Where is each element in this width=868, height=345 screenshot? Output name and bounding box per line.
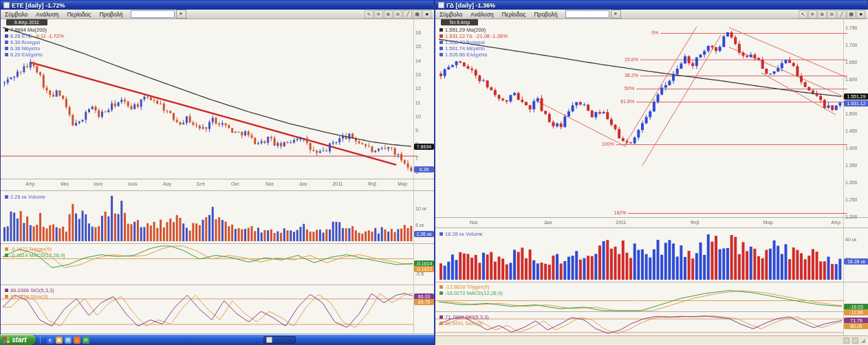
gd-titlebar[interactable]: ΓΔ [daily] -1.36% xyxy=(435,1,867,10)
symbol-input[interactable] xyxy=(131,10,175,18)
zoom-out-icon[interactable]: ⊖ xyxy=(827,10,836,19)
start-label: start xyxy=(12,336,27,344)
menu-item[interactable]: Ανάλυση xyxy=(466,11,497,18)
trendline-icon[interactable]: ╱ xyxy=(837,10,846,19)
show-desktop-icon[interactable]: ▤ xyxy=(65,337,72,344)
resize-grip-icon[interactable]: ◢ xyxy=(861,337,865,344)
start-button[interactable]: start xyxy=(0,335,36,345)
gd-statusbar: ◢ xyxy=(435,335,867,344)
chart-window-ete: 6 Απρ 20117.8694 Μα(200)6.26 ΕΤΕ-0.11 -1… xyxy=(0,0,434,335)
window-title: ΓΔ [daily] -1.36% xyxy=(446,2,495,9)
internet-explorer-icon[interactable]: e xyxy=(47,337,54,344)
zoom-in-icon[interactable]: ⊕ xyxy=(818,10,827,19)
folder-icon[interactable]: ▣ xyxy=(56,337,63,344)
chart-app-task-button[interactable] xyxy=(263,336,296,344)
status-icon[interactable] xyxy=(852,337,858,344)
menu-item[interactable]: Σύμβολο xyxy=(1,11,32,18)
menu-item[interactable]: Προβολή xyxy=(95,11,127,18)
gd-chart-canvas[interactable] xyxy=(435,1,868,345)
chart-window-icon xyxy=(3,2,10,8)
windows-flag-icon xyxy=(3,337,10,343)
grid-icon[interactable]: ▦ xyxy=(413,10,422,19)
zoom-out-icon[interactable]: ⊖ xyxy=(393,10,402,19)
symbol-input[interactable] xyxy=(565,10,609,18)
desktop: 6 Απρ 20117.8694 Μα(200)6.26 ΕΤΕ-0.11 -1… xyxy=(0,0,868,345)
menu-item[interactable]: Περίοδος xyxy=(63,11,95,18)
toolbar-icons: ↖✛⊕⊖╱▦■ xyxy=(799,10,867,19)
media-player-icon[interactable]: ♪ xyxy=(74,337,80,344)
gd-menubar: ΣύμβολοΑνάλυσηΠερίοδοςΠροβολή ➤ ↖✛⊕⊖╱▦■ xyxy=(435,10,867,19)
chart-window-icon xyxy=(438,2,444,8)
toolbar-icons: ↖✛⊕⊖╱▦■ xyxy=(365,10,433,19)
snapshot-icon[interactable]: ■ xyxy=(856,10,865,19)
taskbar-separator xyxy=(40,336,41,344)
symbol-go-button[interactable]: ➤ xyxy=(176,10,186,19)
menu-item[interactable]: Σύμβολο xyxy=(435,11,466,18)
snapshot-icon[interactable]: ■ xyxy=(422,10,431,19)
menu-items: ΣύμβολοΑνάλυσηΠερίοδοςΠροβολή xyxy=(435,11,562,18)
ete-chart-canvas[interactable] xyxy=(1,1,435,335)
grid-icon[interactable]: ▦ xyxy=(847,10,856,19)
cursor-icon[interactable]: ↖ xyxy=(365,10,373,19)
window-title: ΕΤΕ [daily] -1.72% xyxy=(12,2,65,9)
quick-launch: e▣▤♪✉ xyxy=(47,337,89,344)
symbol-go-button[interactable]: ➤ xyxy=(611,10,621,19)
trendline-icon[interactable]: ╱ xyxy=(403,10,412,19)
status-icon[interactable] xyxy=(843,337,849,344)
zoom-in-icon[interactable]: ⊕ xyxy=(384,10,393,19)
menu-item[interactable]: Ανάλυση xyxy=(32,11,63,18)
mail-icon[interactable]: ✉ xyxy=(83,337,89,344)
ete-titlebar[interactable]: ΕΤΕ [daily] -1.72% xyxy=(1,1,433,10)
menu-items: ΣύμβολοΑνάλυσηΠερίοδοςΠροβολή xyxy=(1,11,127,18)
cursor-icon[interactable]: ↖ xyxy=(799,10,807,19)
ete-menubar: ΣύμβολοΑνάλυσηΠερίοδοςΠροβολή ➤ ↖✛⊕⊖╱▦■ xyxy=(1,10,433,19)
menu-item[interactable]: Περίοδος xyxy=(497,11,530,18)
chart-window-gd: Τετ 6 Απρ1.551.29 Μα(200)1.531.12 ΓΔ-21.… xyxy=(434,0,868,345)
menu-item[interactable]: Προβολή xyxy=(530,11,561,18)
chart-app-icon xyxy=(266,337,272,343)
crosshair-icon[interactable]: ✛ xyxy=(374,10,383,19)
crosshair-icon[interactable]: ✛ xyxy=(808,10,817,19)
